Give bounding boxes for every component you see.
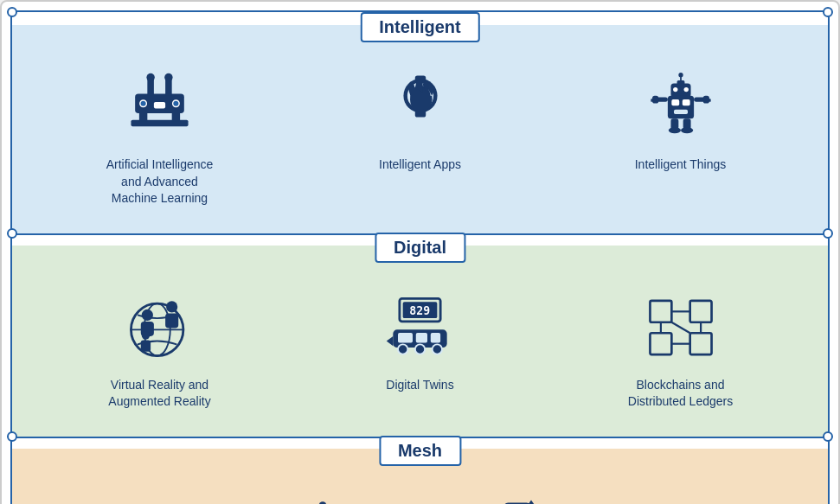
mesh-section: Mesh Convers <box>12 449 828 504</box>
intelligent-content: Artificial Intelligenceand AdvancedMachi… <box>29 34 811 216</box>
svg-rect-17 <box>671 99 679 105</box>
svg-rect-57 <box>650 301 671 322</box>
svg-rect-16 <box>667 96 693 119</box>
item-digital-tech: Digital TechnologyPlatforms <box>431 483 604 504</box>
svg-point-23 <box>683 87 688 92</box>
svg-rect-8 <box>154 101 165 108</box>
divider-circle-right-1 <box>823 228 833 239</box>
svg-point-7 <box>164 73 172 80</box>
item-mesh-app: Mesh App andService Architecture <box>236 483 409 504</box>
main-card: Intelligent <box>0 0 840 504</box>
corner-circle-tr <box>823 7 833 17</box>
intelligent-section: Intelligent <box>12 25 828 233</box>
svg-point-54 <box>415 345 425 354</box>
svg-point-10 <box>173 100 180 107</box>
svg-point-44 <box>142 332 150 340</box>
intelligent-label: Intelligent <box>360 12 479 42</box>
item-intelligent-things: Intelligent Things <box>594 60 767 182</box>
svg-rect-60 <box>689 333 711 354</box>
ai-icon <box>121 68 199 146</box>
svg-point-9 <box>140 100 147 107</box>
item-vr-ar: Virtual Reality andAugmented Reality <box>74 280 247 419</box>
svg-marker-56 <box>387 336 394 346</box>
svg-rect-52 <box>431 333 440 342</box>
intelligent-apps-label: Intelligent Apps <box>379 156 461 174</box>
svg-point-53 <box>398 345 407 354</box>
svg-point-22 <box>673 87 677 92</box>
vr-ar-label: Virtual Reality andAugmented Reality <box>108 377 210 411</box>
svg-rect-59 <box>650 333 671 354</box>
svg-rect-24 <box>675 94 685 96</box>
svg-point-31 <box>668 127 680 133</box>
svg-rect-51 <box>416 333 427 342</box>
outer-border: Intelligent <box>10 10 830 504</box>
svg-rect-50 <box>398 333 413 342</box>
intelligent-things-icon <box>642 68 720 146</box>
divider-circle-left-2 <box>7 431 17 442</box>
svg-point-6 <box>146 73 154 80</box>
svg-point-42 <box>166 302 177 313</box>
intelligent-things-label: Intelligent Things <box>635 156 727 174</box>
vr-ar-icon <box>121 289 199 367</box>
svg-point-32 <box>681 127 693 133</box>
digital-label: Digital <box>375 233 465 263</box>
svg-text:829: 829 <box>409 305 430 318</box>
digital-section: Digital <box>12 246 828 437</box>
svg-point-34 <box>678 73 683 77</box>
divider-circle-right-2 <box>823 431 833 442</box>
svg-rect-36 <box>708 99 711 102</box>
svg-point-40 <box>142 309 153 321</box>
svg-rect-58 <box>689 301 711 322</box>
item-ai-ml: Artificial Intelligenceand AdvancedMachi… <box>74 60 247 216</box>
digital-tech-icon <box>478 492 556 504</box>
blockchain-icon <box>642 289 720 367</box>
svg-rect-35 <box>651 99 654 102</box>
digital-twins-icon: 829 <box>382 289 459 367</box>
blockchain-label: Blockchains andDistributed Ledgers <box>628 377 733 411</box>
ai-ml-label: Artificial Intelligenceand AdvancedMachi… <box>106 156 214 207</box>
adaptive-security-icon <box>674 492 752 504</box>
mesh-app-icon <box>284 492 362 504</box>
svg-rect-45 <box>141 341 151 352</box>
mesh-label: Mesh <box>379 436 461 466</box>
svg-rect-4 <box>147 79 154 95</box>
svg-line-65 <box>671 322 689 333</box>
item-digital-twins: 829 <box>334 280 507 403</box>
svg-rect-15 <box>414 110 425 118</box>
item-conversational: ConversationalSystems <box>41 483 214 504</box>
svg-rect-18 <box>682 99 689 105</box>
svg-rect-19 <box>674 110 688 114</box>
corner-circle-tl <box>7 7 17 17</box>
intelligent-apps-icon <box>382 68 459 146</box>
digital-content: Virtual Reality andAugmented Reality 829 <box>29 254 811 419</box>
divider-circle-left-1 <box>7 228 17 239</box>
svg-rect-5 <box>165 79 172 95</box>
item-blockchain: Blockchains andDistributed Ledgers <box>594 280 767 419</box>
item-intelligent-apps: Intelligent Apps <box>334 60 507 182</box>
conversational-icon <box>88 492 166 504</box>
svg-point-55 <box>433 345 442 354</box>
digital-twins-label: Digital Twins <box>386 377 453 394</box>
svg-rect-21 <box>676 80 684 85</box>
item-adaptive-security: Adaptive SecurityArchitecture <box>626 483 799 504</box>
svg-rect-43 <box>165 314 178 329</box>
